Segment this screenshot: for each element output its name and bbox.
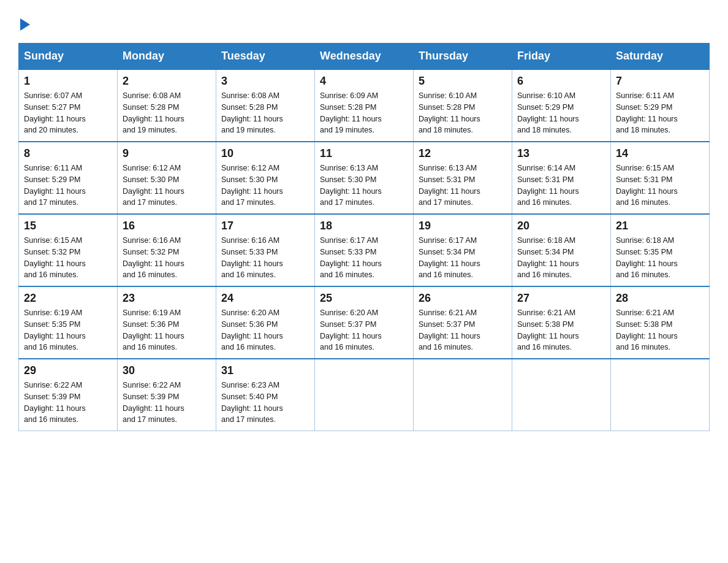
day-number: 14	[616, 147, 704, 160]
calendar-cell: 1 Sunrise: 6:07 AM Sunset: 5:27 PM Dayli…	[19, 69, 118, 142]
calendar-header-thursday: Thursday	[414, 44, 512, 70]
day-info: Sunrise: 6:15 AM Sunset: 5:32 PM Dayligh…	[24, 235, 112, 281]
day-info: Sunrise: 6:12 AM Sunset: 5:30 PM Dayligh…	[123, 163, 211, 209]
calendar-cell: 18 Sunrise: 6:17 AM Sunset: 5:33 PM Dayl…	[315, 214, 414, 286]
calendar-cell: 22 Sunrise: 6:19 AM Sunset: 5:35 PM Dayl…	[19, 286, 118, 359]
calendar-cell: 14 Sunrise: 6:15 AM Sunset: 5:31 PM Dayl…	[611, 142, 710, 214]
day-info: Sunrise: 6:16 AM Sunset: 5:33 PM Dayligh…	[221, 235, 309, 281]
calendar-cell: 28 Sunrise: 6:21 AM Sunset: 5:38 PM Dayl…	[611, 286, 710, 359]
calendar-cell: 27 Sunrise: 6:21 AM Sunset: 5:38 PM Dayl…	[512, 286, 611, 359]
page-header	[18, 18, 710, 31]
day-number: 27	[517, 292, 605, 305]
day-info: Sunrise: 6:10 AM Sunset: 5:29 PM Dayligh…	[517, 90, 605, 136]
day-info: Sunrise: 6:16 AM Sunset: 5:32 PM Dayligh…	[123, 235, 211, 281]
day-info: Sunrise: 6:22 AM Sunset: 5:39 PM Dayligh…	[24, 380, 112, 426]
calendar-cell	[315, 359, 414, 431]
day-info: Sunrise: 6:14 AM Sunset: 5:31 PM Dayligh…	[517, 163, 605, 209]
calendar-week-2: 8 Sunrise: 6:11 AM Sunset: 5:29 PM Dayli…	[19, 142, 710, 214]
calendar-cell: 29 Sunrise: 6:22 AM Sunset: 5:39 PM Dayl…	[19, 359, 118, 431]
calendar-week-4: 22 Sunrise: 6:19 AM Sunset: 5:35 PM Dayl…	[19, 286, 710, 359]
day-number: 1	[24, 75, 112, 88]
day-number: 29	[24, 364, 112, 377]
calendar-cell: 25 Sunrise: 6:20 AM Sunset: 5:37 PM Dayl…	[315, 286, 414, 359]
day-number: 31	[221, 364, 309, 377]
calendar-cell: 31 Sunrise: 6:23 AM Sunset: 5:40 PM Dayl…	[216, 359, 315, 431]
calendar-week-3: 15 Sunrise: 6:15 AM Sunset: 5:32 PM Dayl…	[19, 214, 710, 286]
day-number: 18	[320, 220, 408, 232]
calendar-cell: 12 Sunrise: 6:13 AM Sunset: 5:31 PM Dayl…	[414, 142, 512, 214]
calendar-header-sunday: Sunday	[19, 44, 118, 70]
day-info: Sunrise: 6:19 AM Sunset: 5:36 PM Dayligh…	[123, 307, 211, 353]
day-number: 17	[221, 220, 309, 232]
calendar-cell: 6 Sunrise: 6:10 AM Sunset: 5:29 PM Dayli…	[512, 69, 611, 142]
logo	[18, 18, 30, 31]
day-info: Sunrise: 6:08 AM Sunset: 5:28 PM Dayligh…	[123, 90, 211, 136]
calendar-cell: 30 Sunrise: 6:22 AM Sunset: 5:39 PM Dayl…	[118, 359, 216, 431]
day-number: 7	[616, 75, 704, 88]
day-number: 26	[419, 292, 507, 305]
day-info: Sunrise: 6:13 AM Sunset: 5:31 PM Dayligh…	[419, 163, 507, 209]
day-number: 13	[517, 147, 605, 160]
day-info: Sunrise: 6:09 AM Sunset: 5:28 PM Dayligh…	[320, 90, 408, 136]
day-number: 9	[123, 147, 211, 160]
day-number: 25	[320, 292, 408, 305]
calendar-cell: 24 Sunrise: 6:20 AM Sunset: 5:36 PM Dayl…	[216, 286, 315, 359]
calendar-cell: 2 Sunrise: 6:08 AM Sunset: 5:28 PM Dayli…	[118, 69, 216, 142]
day-info: Sunrise: 6:12 AM Sunset: 5:30 PM Dayligh…	[221, 163, 309, 209]
calendar-cell: 20 Sunrise: 6:18 AM Sunset: 5:34 PM Dayl…	[512, 214, 611, 286]
day-info: Sunrise: 6:23 AM Sunset: 5:40 PM Dayligh…	[221, 380, 309, 426]
day-info: Sunrise: 6:19 AM Sunset: 5:35 PM Dayligh…	[24, 307, 112, 353]
calendar-header-friday: Friday	[512, 44, 611, 70]
day-number: 5	[419, 75, 507, 88]
calendar-cell: 7 Sunrise: 6:11 AM Sunset: 5:29 PM Dayli…	[611, 69, 710, 142]
day-info: Sunrise: 6:22 AM Sunset: 5:39 PM Dayligh…	[123, 380, 211, 426]
day-info: Sunrise: 6:10 AM Sunset: 5:28 PM Dayligh…	[419, 90, 507, 136]
day-info: Sunrise: 6:17 AM Sunset: 5:33 PM Dayligh…	[320, 235, 408, 281]
logo-arrow-icon	[20, 18, 30, 31]
day-number: 16	[123, 220, 211, 232]
day-number: 15	[24, 220, 112, 232]
calendar-header-tuesday: Tuesday	[216, 44, 315, 70]
calendar-cell: 16 Sunrise: 6:16 AM Sunset: 5:32 PM Dayl…	[118, 214, 216, 286]
day-number: 12	[419, 147, 507, 160]
day-number: 19	[419, 220, 507, 232]
calendar-cell	[611, 359, 710, 431]
calendar-week-1: 1 Sunrise: 6:07 AM Sunset: 5:27 PM Dayli…	[19, 69, 710, 142]
calendar-cell: 8 Sunrise: 6:11 AM Sunset: 5:29 PM Dayli…	[19, 142, 118, 214]
day-info: Sunrise: 6:15 AM Sunset: 5:31 PM Dayligh…	[616, 163, 704, 209]
day-info: Sunrise: 6:13 AM Sunset: 5:30 PM Dayligh…	[320, 163, 408, 209]
calendar-cell	[414, 359, 512, 431]
calendar-cell: 10 Sunrise: 6:12 AM Sunset: 5:30 PM Dayl…	[216, 142, 315, 214]
day-number: 23	[123, 292, 211, 305]
calendar-cell: 15 Sunrise: 6:15 AM Sunset: 5:32 PM Dayl…	[19, 214, 118, 286]
day-info: Sunrise: 6:11 AM Sunset: 5:29 PM Dayligh…	[616, 90, 704, 136]
calendar-header-wednesday: Wednesday	[315, 44, 414, 70]
calendar-cell: 19 Sunrise: 6:17 AM Sunset: 5:34 PM Dayl…	[414, 214, 512, 286]
day-info: Sunrise: 6:11 AM Sunset: 5:29 PM Dayligh…	[24, 163, 112, 209]
day-info: Sunrise: 6:17 AM Sunset: 5:34 PM Dayligh…	[419, 235, 507, 281]
day-info: Sunrise: 6:08 AM Sunset: 5:28 PM Dayligh…	[221, 90, 309, 136]
calendar-cell: 9 Sunrise: 6:12 AM Sunset: 5:30 PM Dayli…	[118, 142, 216, 214]
day-info: Sunrise: 6:18 AM Sunset: 5:35 PM Dayligh…	[616, 235, 704, 281]
day-info: Sunrise: 6:21 AM Sunset: 5:38 PM Dayligh…	[517, 307, 605, 353]
calendar-body: 1 Sunrise: 6:07 AM Sunset: 5:27 PM Dayli…	[19, 69, 710, 431]
day-number: 21	[616, 220, 704, 232]
calendar-cell	[512, 359, 611, 431]
day-info: Sunrise: 6:20 AM Sunset: 5:37 PM Dayligh…	[320, 307, 408, 353]
day-info: Sunrise: 6:20 AM Sunset: 5:36 PM Dayligh…	[221, 307, 309, 353]
day-number: 28	[616, 292, 704, 305]
day-info: Sunrise: 6:07 AM Sunset: 5:27 PM Dayligh…	[24, 90, 112, 136]
day-number: 4	[320, 75, 408, 88]
day-number: 30	[123, 364, 211, 377]
calendar-cell: 13 Sunrise: 6:14 AM Sunset: 5:31 PM Dayl…	[512, 142, 611, 214]
day-number: 8	[24, 147, 112, 160]
day-number: 24	[221, 292, 309, 305]
calendar-cell: 26 Sunrise: 6:21 AM Sunset: 5:37 PM Dayl…	[414, 286, 512, 359]
day-info: Sunrise: 6:18 AM Sunset: 5:34 PM Dayligh…	[517, 235, 605, 281]
calendar-header-monday: Monday	[118, 44, 216, 70]
day-number: 10	[221, 147, 309, 160]
calendar-cell: 3 Sunrise: 6:08 AM Sunset: 5:28 PM Dayli…	[216, 69, 315, 142]
calendar-cell: 23 Sunrise: 6:19 AM Sunset: 5:36 PM Dayl…	[118, 286, 216, 359]
day-number: 20	[517, 220, 605, 232]
day-number: 3	[221, 75, 309, 88]
